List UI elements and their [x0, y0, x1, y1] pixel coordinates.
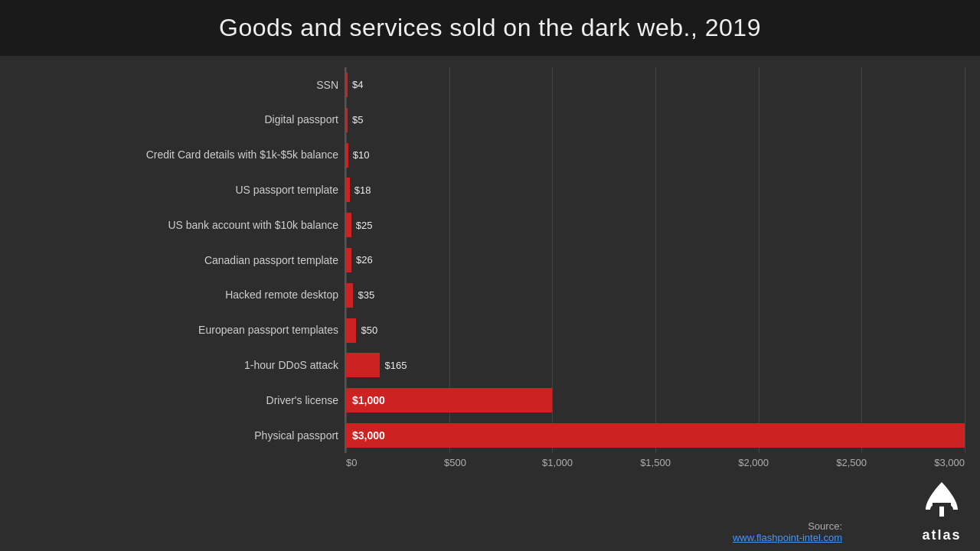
- y-label: Canadian passport template: [204, 254, 338, 267]
- bar-row: $35: [346, 279, 965, 312]
- bar-value-label: $35: [353, 289, 374, 301]
- y-labels: SSNDigital passportCredit Card details w…: [15, 67, 345, 453]
- x-tick: $1,000: [542, 457, 640, 468]
- x-tick: $0: [346, 457, 444, 468]
- bar-value-label: $1,000: [346, 394, 391, 406]
- bar: [346, 353, 380, 377]
- x-tick: $3,000: [934, 457, 965, 468]
- bar-value-label: $18: [350, 184, 371, 196]
- bar: $1,000: [346, 388, 552, 412]
- bar-row: $10: [346, 139, 965, 172]
- x-axis: $0$500$1,000$1,500$2,000$2,500$3,000: [345, 453, 965, 476]
- bar-value-label: $3,000: [346, 429, 391, 442]
- bar-row: $18: [346, 173, 965, 207]
- bar-row: $50: [346, 314, 965, 347]
- bar-row: $3,000: [346, 419, 965, 452]
- atlas-logo: atlas: [919, 480, 965, 543]
- bar: [346, 143, 348, 168]
- bar: [346, 283, 353, 308]
- svg-rect-0: [933, 503, 951, 507]
- bars-area: $4$5$10$18$25$26$35$50$165$1,000$3,000: [345, 67, 965, 453]
- x-tick: $2,500: [836, 457, 934, 468]
- source-link[interactable]: www.flashpoint-intel.com: [733, 532, 842, 543]
- x-tick: $2,000: [738, 457, 836, 468]
- bar-row: $5: [346, 103, 965, 137]
- bar-value-label: $5: [348, 114, 363, 126]
- atlas-label: atlas: [922, 527, 961, 543]
- bar: [346, 108, 348, 132]
- chart-title: Goods and services sold on the dark web.…: [15, 14, 965, 42]
- bar-row: $26: [346, 243, 965, 277]
- chart-body: SSNDigital passportCredit Card details w…: [15, 67, 965, 453]
- y-label: 1-hour DDoS attack: [244, 359, 338, 372]
- bar: $3,000: [346, 423, 965, 448]
- bar: [346, 178, 350, 202]
- bar-row: $165: [346, 348, 965, 382]
- bar: [346, 248, 351, 272]
- atlas-icon: [919, 480, 965, 526]
- title-bar: Goods and services sold on the dark web.…: [0, 0, 980, 56]
- bar: [346, 73, 348, 97]
- x-tick: $1,500: [640, 457, 738, 468]
- bottom-bar: Source: www.flashpoint-intel.com atlas: [0, 476, 980, 551]
- bar-row: $25: [346, 208, 965, 242]
- y-label: SSN: [316, 79, 338, 92]
- y-label: Digital passport: [265, 113, 339, 126]
- bar-value-label: $10: [348, 149, 370, 161]
- y-label: US bank account with $10k balance: [168, 219, 338, 232]
- main-container: Goods and services sold on the dark web.…: [0, 0, 980, 551]
- bar: [346, 213, 351, 237]
- chart-area: SSNDigital passportCredit Card details w…: [0, 56, 980, 476]
- x-tick: $500: [444, 457, 542, 468]
- y-label: Credit Card details with $1k-$5k balance: [146, 148, 338, 161]
- source-label: Source:: [808, 520, 842, 532]
- bar-value-label: $4: [348, 79, 363, 90]
- y-label: Driver's license: [266, 394, 338, 407]
- y-label: European passport templates: [198, 324, 338, 337]
- y-label: US passport template: [235, 184, 338, 197]
- bar-value-label: $25: [351, 220, 373, 231]
- bar: [346, 318, 356, 343]
- bar-row: $4: [346, 68, 965, 102]
- grid-line: [965, 67, 965, 453]
- bar-row: $1,000: [346, 383, 965, 417]
- y-label: Hacked remote desktop: [225, 289, 338, 302]
- y-label: Physical passport: [254, 429, 338, 442]
- bar-value-label: $50: [356, 324, 377, 336]
- bar-value-label: $165: [380, 360, 407, 371]
- bar-value-label: $26: [351, 254, 373, 266]
- source-text: Source: www.flashpoint-intel.com: [733, 520, 842, 543]
